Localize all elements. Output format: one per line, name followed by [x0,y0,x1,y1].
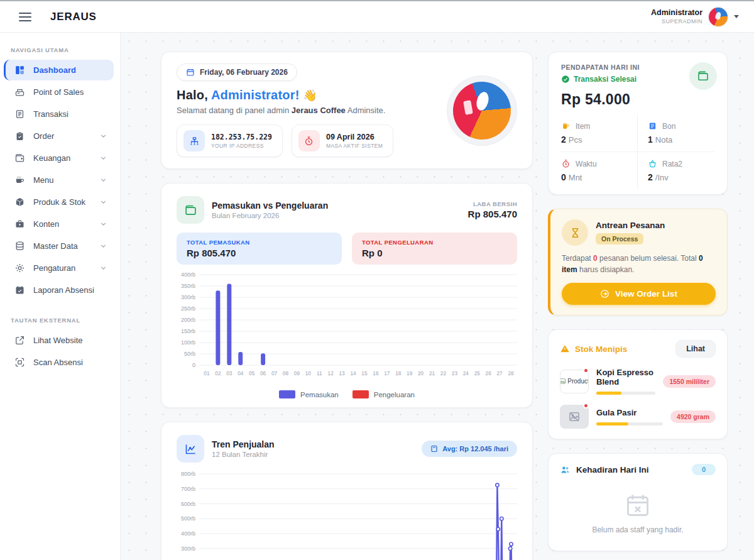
date-badge-label: Friday, 06 February 2026 [200,68,288,77]
wave-emoji: 👋 [303,89,317,102]
net-profit-value: Rp 805.470 [468,209,517,219]
chevron-down-icon [99,264,107,272]
people-icon [560,464,571,475]
sidebar-section-main: NAVIGASI UTAMA [11,47,114,53]
svg-text:27: 27 [496,370,503,376]
subtitle-prefix: Selamat datang di panel admin [177,106,292,115]
legend-item-pengeluaran[interactable]: Pengeluaran [352,390,415,398]
stock-progress-track [596,392,655,395]
sidebar-item-label: Konten [33,219,59,229]
stat-value: 1 [648,135,653,145]
expiry-value: 09 April 2026 [326,133,383,141]
wallet-bubble-icon [689,62,717,90]
database-icon [14,241,25,251]
svg-text:24: 24 [463,370,469,376]
view-order-list-button[interactable]: View Order List [562,283,716,305]
low-stock-title: Stok Menipis [575,344,627,354]
svg-text:0: 0 [192,362,195,368]
receipt-icon [648,121,657,131]
welcome-card: Friday, 06 February 2026 Halo, Administr… [161,52,533,169]
cash-register-icon [14,87,25,97]
sidebar-item-order[interactable]: Order [4,126,114,146]
stat-label: Rata2 [662,160,682,168]
sidebar: NAVIGASI UTAMA Dashboard Point of Sales … [0,33,121,560]
total-expense-label: TOTAL PENGELUARAN [362,239,507,246]
sidebar-item-scan-absensi[interactable]: Scan Absensi [4,352,114,373]
stat-item: Bon 1Nota [638,114,714,152]
sidebar-item-label: Scan Absensi [33,358,83,367]
stock-progress-track [596,422,663,425]
svg-text:06: 06 [260,370,266,376]
stock-quantity-badge: 4920 gram [670,410,716,423]
legend-item-pemasukan[interactable]: Pemasukan [279,390,339,398]
user-info: Administrator SUPERADMIN [651,8,702,25]
stock-item-name: Gula Pasir [596,408,663,417]
timer-icon [561,159,571,168]
topbar: JERAUS Administrator SUPERADMIN [0,0,754,33]
stat-unit: /Inv [655,173,669,182]
legend-swatch [352,390,369,398]
alert-dot [583,368,589,373]
revenue-status-label: Transaksi Selesai [574,75,637,84]
arrow-right-circle-icon [600,289,609,299]
queue-description: Terdapat 0 pesanan belum selesai. Total … [562,253,716,275]
svg-text:16: 16 [373,370,379,376]
svg-text:22: 22 [440,370,447,376]
stat-item: Item 2Pcs [561,114,638,152]
today-revenue-card: PENDAPATAN HARI INI Transaksi Selesai Rp… [548,52,728,195]
sidebar-item-label: Lihat Website [33,336,83,345]
svg-text:600rb: 600rb [181,501,195,507]
dashboard-grid-icon [14,65,25,75]
sidebar-item-lihat-website[interactable]: Lihat Website [4,330,114,351]
sidebar-item-keuangan[interactable]: Keuangan [4,148,114,168]
hamburger-menu-icon[interactable] [19,13,31,21]
svg-text:28: 28 [508,370,514,376]
sidebar-item-dashboard[interactable]: Dashboard [4,60,114,80]
sidebar-item-konten[interactable]: Konten [4,214,114,234]
sales-trend-line-chart: 0100rb200rb300rb400rb500rb600rb700rb800r… [177,469,517,560]
wallet-icon [184,204,197,217]
sidebar-item-label: Produk & Stok [33,197,85,207]
legend-label: Pemasukan [300,391,339,398]
sidebar-item-pengaturan[interactable]: Pengaturan [4,258,114,278]
sidebar-item-master-data[interactable]: Master Data [4,236,114,256]
total-income-label: TOTAL PEMASUKAN [187,239,332,246]
svg-text:07: 07 [271,370,278,376]
stat-label: Item [576,122,590,131]
net-profit-label: LABA BERSIH [468,200,517,207]
check-circle-icon [561,75,570,84]
svg-text:50rb: 50rb [184,351,195,357]
sidebar-item-transaksi[interactable]: Transaksi [4,104,114,124]
order-queue-card: Antrean Pesanan On Process Terdapat 0 pe… [548,209,728,316]
sidebar-item-menu[interactable]: Menu [4,170,114,190]
sidebar-item-laporan-absensi[interactable]: Laporan Absensi [4,280,114,300]
chevron-down-icon [99,242,107,250]
svg-text:250rb: 250rb [181,305,195,312]
sidebar-item-label: Order [33,131,54,141]
chevron-down-icon [99,154,107,162]
svg-text:23: 23 [452,370,458,376]
sidebar-item-label: Dashboard [33,65,76,75]
stock-progress-fill [596,422,628,425]
chevron-down-icon [99,220,107,228]
gear-icon [14,263,25,273]
avatar[interactable] [709,8,728,26]
stat-item: Waktu 0Mnt [561,152,638,189]
queue-text: harus disiapkan. [577,265,635,274]
attendance-card: Kehadiran Hari Ini 0 Belum ada staff yan… [548,453,728,551]
main-area: Friday, 06 February 2026 Halo, Administr… [121,33,754,560]
low-stock-title-row: Stok Menipis [560,344,627,354]
sidebar-item-point-of-sales[interactable]: Point of Sales [4,82,114,102]
svg-text:17: 17 [384,370,390,376]
user-role: SUPERADMIN [651,18,702,25]
svg-text:15: 15 [361,370,368,376]
date-badge: Friday, 06 February 2026 [177,63,297,81]
revenue-amount: Rp 54.000 [561,91,714,108]
view-stock-button[interactable]: Lihat [675,340,716,358]
subtitle-suffix: Adminsite. [346,106,386,115]
sidebar-item-produk-stok[interactable]: Produk & Stok [4,192,114,212]
svg-text:300rb: 300rb [181,294,195,300]
user-menu[interactable]: Administrator SUPERADMIN [651,8,739,26]
ip-label: YOUR IP ADDRESS [211,143,272,149]
card-title: Tren Penjualan [212,439,275,449]
